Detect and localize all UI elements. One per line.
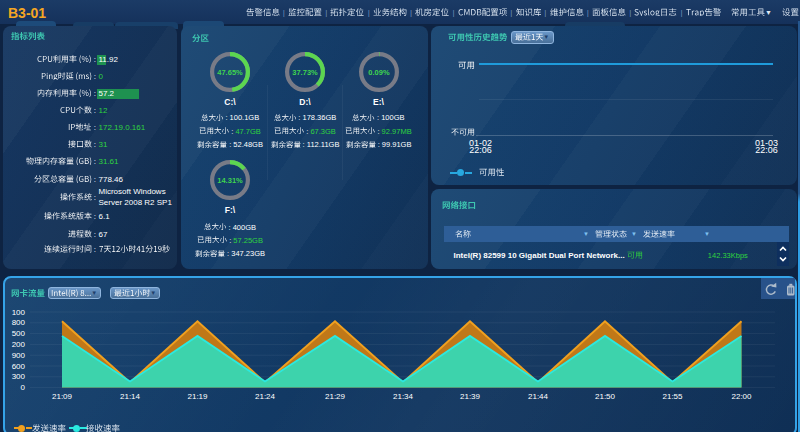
svg-text:37.73%: 37.73%: [292, 68, 318, 77]
svg-text:0.09%: 0.09%: [368, 68, 390, 77]
svg-text:14.31%: 14.31%: [217, 176, 243, 185]
svg-text:47.65%: 47.65%: [217, 68, 243, 77]
